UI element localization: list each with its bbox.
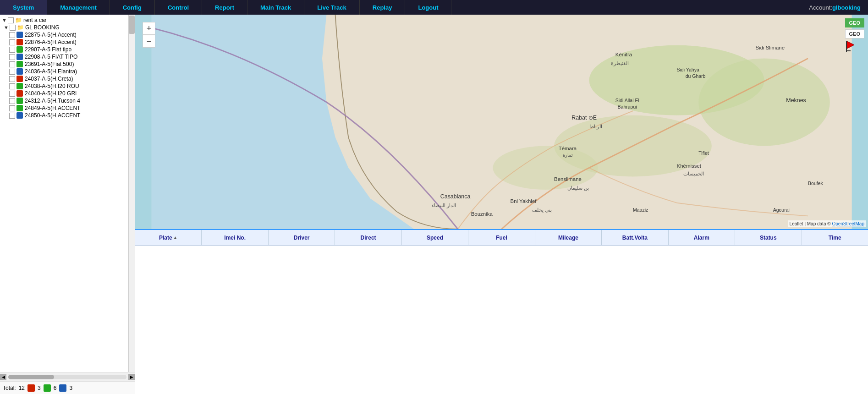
map-svg: Rabat ⊙E الرباط Témara تمارة Kénitra الق… [135, 15, 868, 229]
col-alarm-label: Alarm [694, 235, 709, 241]
v3-checkbox[interactable] [9, 47, 15, 53]
list-item[interactable]: 24038-A-5(H.I20 ROU [0, 82, 128, 90]
tree-root[interactable]: ▼ 📁 rent a car [0, 16, 128, 24]
col-imei[interactable]: Imei No. [202, 230, 268, 245]
zoom-out-button[interactable]: − [143, 35, 155, 48]
v12-checkbox[interactable] [9, 113, 15, 119]
col-status[interactable]: Status [735, 230, 802, 245]
col-plate-label: Plate [159, 235, 172, 241]
scroll-thumb[interactable] [8, 375, 54, 379]
sidebar: ▼ 📁 rent a car ▼ 📁 GL BOOKING 22875-A-5(… [0, 15, 135, 394]
svg-text:Rabat ⊙E: Rabat ⊙E [571, 115, 597, 121]
geo-button-1[interactable]: GEO [845, 18, 864, 27]
nav-management[interactable]: Management [47, 0, 110, 15]
v10-checkbox[interactable] [9, 98, 15, 104]
svg-text:Sidi Slimane: Sidi Slimane [755, 45, 785, 50]
list-item[interactable]: 23691-A-5(Fiat 500) [0, 60, 128, 68]
osm-link[interactable]: OpenStreetMap [832, 221, 864, 226]
scroll-right-btn[interactable]: ▶ [128, 374, 135, 380]
svg-text:Kénitra: Kénitra [615, 52, 632, 57]
sidebar-hscrollbar[interactable]: ◀ ▶ [0, 372, 135, 381]
list-item[interactable]: 24040-A-5(H.I20 GRI [0, 90, 128, 97]
col-speed-label: Speed [427, 235, 443, 241]
nav-logout[interactable]: Logout [405, 0, 451, 15]
col-speed[interactable]: Speed [402, 230, 468, 245]
nav-config[interactable]: Config [110, 0, 155, 15]
v1-color [16, 32, 23, 38]
v6-color [16, 68, 23, 75]
zoom-in-button[interactable]: + [143, 22, 155, 35]
col-plate-sort: ▲ [173, 235, 178, 240]
nav-control[interactable]: Control [155, 0, 202, 15]
nav-replay[interactable]: Replay [360, 0, 406, 15]
green-count: 6 [54, 385, 57, 391]
sidebar-tree[interactable]: ▼ 📁 rent a car ▼ 📁 GL BOOKING 22875-A-5(… [0, 15, 135, 372]
root-checkbox[interactable] [8, 17, 14, 23]
scroll-left-btn[interactable]: ◀ [0, 374, 6, 380]
map-area[interactable]: Rabat ⊙E الرباط Témara تمارة Kénitra الق… [135, 15, 868, 229]
v9-checkbox[interactable] [9, 91, 15, 97]
list-item[interactable]: 24036-A-5(H.Elantra) [0, 68, 128, 75]
v5-checkbox[interactable] [9, 61, 15, 67]
v1-checkbox[interactable] [9, 32, 15, 38]
col-driver[interactable]: Driver [269, 230, 335, 245]
geo-button-2[interactable]: GEO [845, 29, 864, 38]
svg-rect-33 [846, 50, 851, 51]
svg-text:Khémisset: Khémisset [677, 163, 702, 169]
v6-label: 24036-A-5(H.Elantra) [25, 68, 77, 75]
svg-text:Benslimane: Benslimane [554, 176, 582, 182]
v9-label: 24040-A-5(H.I20 GRI [25, 90, 77, 97]
nav-live-track[interactable]: Live Track [304, 0, 360, 15]
nav-report[interactable]: Report [202, 0, 247, 15]
v2-checkbox[interactable] [9, 39, 15, 45]
v11-label: 24849-A-5(H.ACCENT [25, 105, 80, 111]
col-mileage[interactable]: Mileage [535, 230, 602, 245]
v3-label: 22907-A-5 Fiat tipo [25, 46, 71, 53]
list-item[interactable]: 22907-A-5 Fiat tipo [0, 46, 128, 53]
list-item[interactable]: 22875-A-5(H.Accent) [0, 31, 128, 38]
v6-checkbox[interactable] [9, 69, 15, 75]
nav-main-track[interactable]: Main Track [247, 0, 304, 15]
v4-checkbox[interactable] [9, 54, 15, 60]
tree-group[interactable]: ▼ 📁 GL BOOKING [0, 24, 128, 31]
v12-color [16, 112, 23, 119]
nav-system[interactable]: System [0, 0, 47, 15]
root-label: rent a car [23, 17, 47, 23]
list-item[interactable]: 22876-A-5(H.Accent) [0, 38, 128, 46]
account-username[interactable]: glbooking [832, 4, 861, 11]
col-imei-label: Imei No. [224, 235, 246, 241]
col-direct[interactable]: Direct [335, 230, 401, 245]
group-toggle-icon[interactable]: ▼ [4, 25, 9, 30]
svg-text:Maaziz: Maaziz [633, 207, 648, 213]
svg-text:Témara: Témara [559, 146, 577, 151]
col-time[interactable]: Time [802, 230, 868, 245]
v11-checkbox[interactable] [9, 105, 15, 111]
list-item[interactable]: 24037-A-5(H.Creta) [0, 75, 128, 82]
sidebar-vscrollbar[interactable] [128, 15, 135, 372]
group-folder-icon: 📁 [17, 24, 24, 31]
root-toggle-icon[interactable]: ▼ [2, 17, 7, 23]
col-batt[interactable]: Batt.Volta [602, 230, 668, 245]
col-alarm[interactable]: Alarm [669, 230, 735, 245]
col-fuel[interactable]: Fuel [468, 230, 535, 245]
v4-color [16, 54, 23, 60]
v11-color [16, 105, 23, 111]
v7-checkbox[interactable] [9, 76, 15, 82]
table-body[interactable] [135, 246, 868, 394]
red-badge [27, 384, 35, 392]
col-mileage-label: Mileage [558, 235, 578, 241]
group-checkbox[interactable] [10, 25, 16, 31]
v8-checkbox[interactable] [9, 83, 15, 89]
list-item[interactable]: 24850-A-5(H.ACCENT [0, 112, 128, 119]
svg-text:Bouznika: Bouznika [471, 211, 493, 217]
svg-point-5 [493, 146, 598, 190]
col-plate[interactable]: Plate ▲ [135, 230, 202, 245]
map-attribution: Leaflet | Map data © OpenStreetMap [788, 220, 866, 227]
v2-color [16, 39, 23, 45]
list-item[interactable]: 24312-A-5(H.Tucson 4 [0, 97, 128, 104]
svg-text:du Gharb: du Gharb [686, 73, 706, 79]
account-section: Account: glbooking [809, 4, 868, 11]
list-item[interactable]: 22908-A-5 FIAT TIPO [0, 53, 128, 60]
list-item[interactable]: 24849-A-5(H.ACCENT [0, 104, 128, 112]
col-time-label: Time [829, 235, 841, 241]
